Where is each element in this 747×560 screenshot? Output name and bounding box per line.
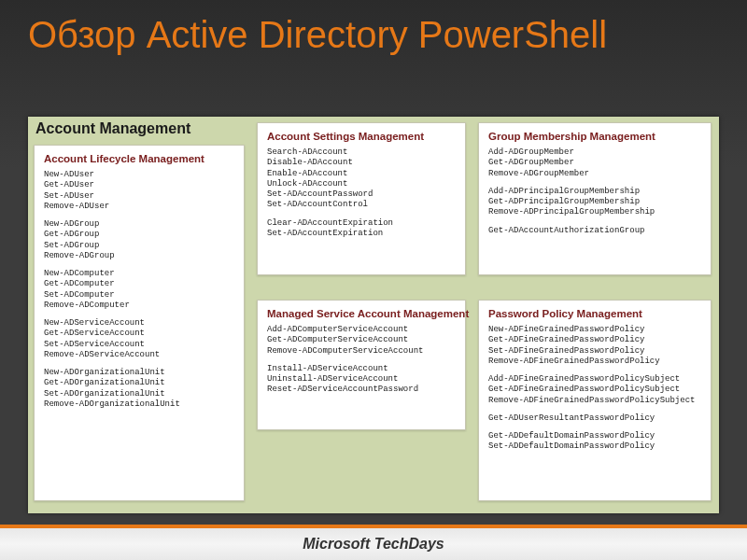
cmdlet: Remove-ADFineGrainedPasswordPolicySubjec… <box>488 396 701 406</box>
cmdlet: Get-ADFineGrainedPasswordPolicy <box>488 335 701 345</box>
card-body-lifecycle: New-ADUserGet-ADUserSet-ADUserRemove-ADU… <box>44 170 234 410</box>
cmdlet-group: Search-ADAccountDisable-ADAccountEnable-… <box>267 147 456 211</box>
cmdlet-group: New-ADUserGet-ADUserSet-ADUserRemove-ADU… <box>44 170 234 212</box>
cmdlet: Set-ADAccountControl <box>267 200 456 210</box>
cmdlet: Set-ADUser <box>44 191 234 202</box>
cmdlet: Set-ADGroup <box>44 241 234 251</box>
cmdlet: Set-ADAccountPassword <box>267 189 456 200</box>
cmdlet: Set-ADFineGrainedPasswordPolicy <box>488 346 701 357</box>
cmdlet: Get-ADUser <box>44 180 234 190</box>
cmdlet: New-ADOrganizationalUnit <box>44 368 234 378</box>
content-stage: Account Management Account Lifecycle Man… <box>28 117 719 513</box>
cmdlet: Set-ADOrganizationalUnit <box>44 389 234 399</box>
cmdlet: Remove-ADPrincipalGroupMembership <box>488 207 701 217</box>
cmdlet: Add-ADGroupMember <box>488 147 701 158</box>
cmdlet: Get-ADGroup <box>44 230 234 240</box>
cmdlet: Disable-ADAccount <box>267 158 456 168</box>
footer-text: Microsoft TechDays <box>303 536 444 553</box>
card-managed: Managed Service Account Management Add-A… <box>257 300 466 430</box>
cmdlet: Get-ADGroupMember <box>488 158 701 168</box>
cmdlet: Get-ADComputerServiceAccount <box>267 335 456 345</box>
cmdlet: Remove-ADServiceAccount <box>44 350 234 360</box>
card-group: Group Membership Management Add-ADGroupM… <box>478 122 712 275</box>
cmdlet: Reset-ADServiceAccountPassword <box>267 385 456 395</box>
cmdlet-group: Add-ADGroupMemberGet-ADGroupMemberRemove… <box>488 147 701 179</box>
cmdlet: Remove-ADFineGrainedPasswordPolicy <box>488 357 701 367</box>
cmdlet: Remove-ADComputer <box>44 301 234 311</box>
cmdlet: Get-ADDefaultDomainPasswordPolicy <box>488 431 701 441</box>
card-title-settings: Account Settings Management <box>267 131 456 142</box>
card-password: Password Policy Management New-ADFineGra… <box>478 300 712 501</box>
cmdlet-group: Add-ADPrincipalGroupMembershipGet-ADPrin… <box>488 187 701 218</box>
cmdlet: New-ADFineGrainedPasswordPolicy <box>488 325 701 335</box>
cmdlet: Set-ADComputer <box>44 290 234 301</box>
cmdlet: Add-ADPrincipalGroupMembership <box>488 187 701 197</box>
footer-bar: Microsoft TechDays <box>0 525 747 560</box>
cmdlet: New-ADComputer <box>44 269 234 279</box>
slide-title: Обзор Active Directory PowerShell <box>0 0 747 62</box>
cmdlet: Enable-ADAccount <box>267 169 456 179</box>
cmdlet: Install-ADServiceAccount <box>267 364 456 374</box>
cmdlet-group: New-ADGroupGet-ADGroupSet-ADGroupRemove-… <box>44 219 234 261</box>
cmdlet: Remove-ADUser <box>44 202 234 212</box>
cmdlet-group: Add-ADFineGrainedPasswordPolicySubjectGe… <box>488 374 701 406</box>
cmdlet-group: New-ADFineGrainedPasswordPolicyGet-ADFin… <box>488 325 701 367</box>
cmdlet: Get-ADOrganizationalUnit <box>44 378 234 388</box>
cmdlet-group: Get-ADAccountAuthorizationGroup <box>488 226 701 236</box>
card-body-managed: Add-ADComputerServiceAccountGet-ADComput… <box>267 325 456 396</box>
cmdlet-group: Install-ADServiceAccountUninstall-ADServ… <box>267 364 456 396</box>
cmdlet: Get-ADServiceAccount <box>44 329 234 339</box>
card-body-group: Add-ADGroupMemberGet-ADGroupMemberRemove… <box>488 147 701 236</box>
cmdlet: Set-ADAccountExpiration <box>267 229 456 239</box>
cmdlet: Clear-ADAccountExpiration <box>267 218 456 229</box>
cmdlet: New-ADGroup <box>44 219 234 230</box>
cmdlet: Search-ADAccount <box>267 147 456 158</box>
cmdlet: Add-ADFineGrainedPasswordPolicySubject <box>488 374 701 385</box>
cmdlet: Set-ADServiceAccount <box>44 340 234 350</box>
cmdlet: Unlock-ADAccount <box>267 179 456 189</box>
cmdlet-group: Get-ADDefaultDomainPasswordPolicySet-ADD… <box>488 431 701 453</box>
cmdlet: Get-ADFineGrainedPasswordPolicySubject <box>488 385 701 395</box>
cmdlet: Get-ADAccountAuthorizationGroup <box>488 226 701 236</box>
card-settings: Account Settings Management Search-ADAcc… <box>257 122 466 275</box>
card-title-group: Group Membership Management <box>488 131 701 142</box>
card-lifecycle: Account Lifecycle Management New-ADUserG… <box>34 145 245 501</box>
cmdlet: Remove-ADComputerServiceAccount <box>267 346 456 357</box>
cmdlet: Remove-ADGroupMember <box>488 169 701 179</box>
cmdlet-group: New-ADOrganizationalUnitGet-ADOrganizati… <box>44 368 234 410</box>
card-title-lifecycle: Account Lifecycle Management <box>44 153 234 164</box>
slide: Обзор Active Directory PowerShell Accoun… <box>0 0 747 560</box>
cmdlet-group: Clear-ADAccountExpirationSet-ADAccountEx… <box>267 218 456 240</box>
card-title-password: Password Policy Management <box>488 308 701 319</box>
cmdlet: New-ADServiceAccount <box>44 318 234 329</box>
cmdlet-group: New-ADComputerGet-ADComputerSet-ADComput… <box>44 269 234 311</box>
card-title-managed: Managed Service Account Management <box>267 308 456 319</box>
cmdlet-group: Add-ADComputerServiceAccountGet-ADComput… <box>267 325 456 357</box>
cmdlet: Uninstall-ADServiceAccount <box>267 374 456 385</box>
cmdlet: Remove-ADOrganizationalUnit <box>44 399 234 410</box>
cmdlet: Get-ADComputer <box>44 279 234 289</box>
stage-title: Account Management <box>35 120 190 137</box>
card-body-password: New-ADFineGrainedPasswordPolicyGet-ADFin… <box>488 325 701 453</box>
cmdlet: Get-ADUserResultantPasswordPolicy <box>488 413 701 424</box>
cmdlet: New-ADUser <box>44 170 234 180</box>
cmdlet: Remove-ADGroup <box>44 251 234 261</box>
cmdlet: Set-ADDefaultDomainPasswordPolicy <box>488 441 701 452</box>
card-body-settings: Search-ADAccountDisable-ADAccountEnable-… <box>267 147 456 239</box>
cmdlet-group: New-ADServiceAccountGet-ADServiceAccount… <box>44 318 234 360</box>
cmdlet: Get-ADPrincipalGroupMembership <box>488 197 701 207</box>
cmdlet-group: Get-ADUserResultantPasswordPolicy <box>488 413 701 424</box>
cmdlet: Add-ADComputerServiceAccount <box>267 325 456 335</box>
